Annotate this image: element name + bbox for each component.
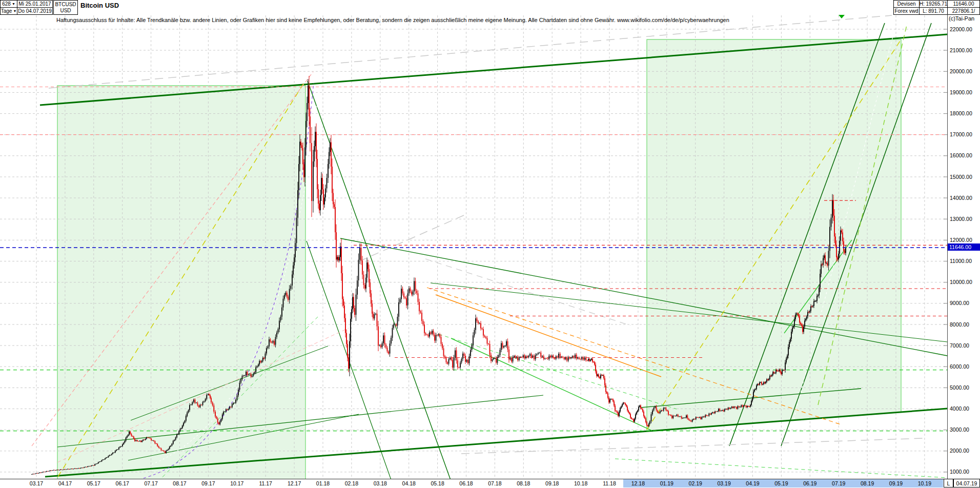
extra-value-label: 227806.1/ [947,7,980,15]
price-axis-label: 20000.00 [950,68,972,74]
date-from-field[interactable]: Mi 25.01.2017 [17,0,53,8]
date-axis-label: 12.17 [288,480,301,486]
date-axis-label: 08.18 [517,480,530,486]
symbol-box[interactable]: BTCUSD USD [53,0,78,15]
price-axis-label: 3000.00 [950,426,969,433]
date-axis-label: 05.17 [87,480,100,486]
dropdown-arrow-icon: ▼ [12,1,15,7]
date-axis-label: 11.18 [603,480,616,486]
date-axis-label: 08.17 [173,480,186,486]
date-axis-label: 10.18 [574,480,587,486]
date-axis-label: 06.18 [459,480,473,486]
high-label: H: 19265.71 [919,0,948,8]
price-axis-label: 2000.00 [950,448,969,454]
price-axis-label: 13000.00 [950,216,972,222]
date-axis-label: 03.17 [30,480,43,486]
period-value: Tage [1,8,12,14]
taipan-chart-window: 628▼ Tage▼ Mi 25.01.2017 Do 04.07.2019 B… [0,0,980,488]
date-axis-label: 09.19 [889,480,903,486]
price-axis-label: 4000.00 [950,405,969,412]
price-axis-label: 5000.00 [950,384,969,391]
price-axis-label: 17000.00 [950,131,972,137]
price-axis-label: 1000.00 [950,469,969,475]
dropdown-arrow-icon: ▼ [13,8,16,14]
date-axis-label: 07.18 [488,480,501,486]
date-axis-label: 07.19 [832,480,845,486]
gray-old-mid-down [425,259,630,326]
date-axis-label: 04.17 [58,480,72,486]
price-axis-label: 18000.00 [950,110,972,116]
green-zone-2017 [57,86,305,481]
alarm-marker-icon [839,15,845,18]
currency-value: USD [60,8,71,14]
date-to-field[interactable]: Do 04.07.2019 [17,7,53,15]
market-label: Devisen [893,0,920,8]
price-axis-label: 9000.00 [950,300,969,306]
disclaimer-text: Haftungsausschluss für Inhalte: Alle Tre… [56,17,729,23]
date-axis-label: 12.18 [631,480,645,486]
date-axis-label: 03.18 [374,480,387,486]
date-to-value: Do 04.07.2019 [18,8,52,14]
date-axis-label: 07.17 [144,480,157,486]
low-label: L: 891.70 [919,7,948,15]
period-dropdown[interactable]: Tage▼ [0,7,17,15]
last-price-label: 11646.00 [947,0,980,8]
price-axis-label: 8000.00 [950,321,969,328]
date-axis-label: 02.18 [345,480,358,486]
current-price-tag: 11646.00 [948,243,980,251]
symbol-value: BTCUSD [55,2,76,8]
price-axis-label: 7000.00 [950,342,969,349]
price-axis-label: 16000.00 [950,152,972,158]
date-axis-label: 06.19 [803,480,816,486]
lime-decline-to-dec18-low [451,338,652,431]
price-axis-label: 15000.00 [950,174,972,180]
price-axis-label: 6000.00 [950,363,969,370]
trend-zones [57,39,901,481]
date-axis-label: 04.18 [402,480,416,486]
price-axis-label: 12000.00 [950,237,972,243]
page-title: Bitcoin USD [80,2,119,9]
datafeed-label: Forex vwd [893,7,920,15]
price-axis-label: 14000.00 [950,195,972,201]
date-axis-label: 02.19 [689,480,702,486]
date-axis-label: 11.17 [259,480,272,486]
date-axis-label: 08.19 [861,480,874,486]
date-axis-label: 10.17 [230,480,243,486]
copyright-label: (c)Tai-Pan [949,15,974,22]
date-axis-label: 03.19 [717,480,730,486]
date-axis-label: 01.18 [316,480,330,486]
bar-count-value: 628 [2,1,11,7]
end-date-box: 04.07.19 [953,479,980,487]
price-axis-label: 22000.00 [950,26,972,32]
date-axis-label: 04.19 [746,480,759,486]
bar-count-dropdown[interactable]: 628▼ [0,0,17,8]
price-axis-label: 19000.00 [950,89,972,95]
date-axis-label: 09.17 [201,480,215,486]
price-axis-label: 10000.00 [950,279,972,285]
date-axis-label: 01.19 [660,480,673,486]
date-axis-label: 10.19 [918,480,931,486]
date-from-value: Mi 25.01.2017 [18,1,51,7]
gray-old-mid-up [359,215,464,261]
date-axis-label: 05.19 [774,480,788,486]
date-axis-label: 09.18 [545,480,559,486]
date-axis-label: 06.17 [116,480,129,486]
price-axis-label: 21000.00 [950,47,972,53]
date-axis-label: 05.18 [431,480,444,486]
linear-scale-button[interactable]: L [944,479,953,487]
chart-plot[interactable] [0,0,980,488]
price-axis-label: 11000.00 [950,258,972,264]
